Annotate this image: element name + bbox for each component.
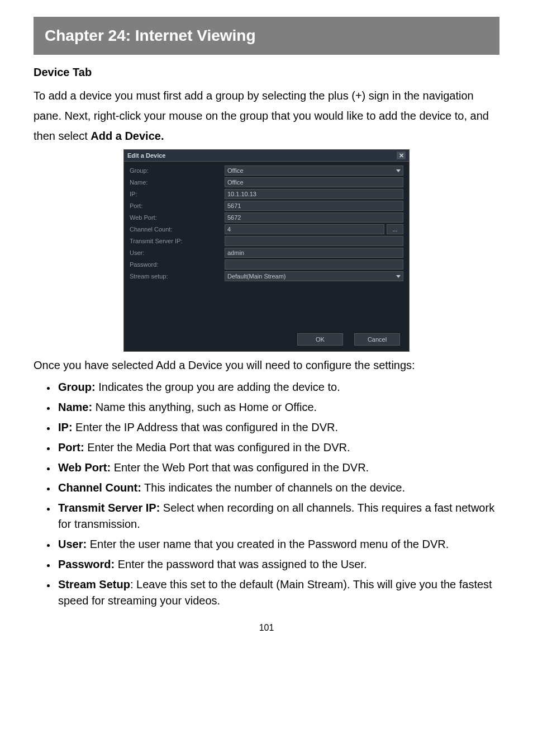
list-item-lead: Port:: [58, 441, 84, 453]
chapter-title: Chapter 24: Internet Viewing: [45, 27, 256, 44]
label-transmit: Transmit Server IP:: [130, 238, 225, 244]
row-stream: Stream setup: Default(Main Stream): [130, 271, 403, 281]
chevron-down-icon: [396, 275, 401, 278]
label-web-port: Web Port:: [130, 214, 225, 221]
row-name: Name: Office: [130, 177, 403, 187]
list-item-lead: Channel Count:: [58, 481, 141, 494]
label-user: User:: [130, 249, 225, 256]
list-item-lead: Transmit Server IP:: [58, 502, 160, 514]
web-port-input[interactable]: 5672: [225, 212, 403, 223]
cancel-button[interactable]: Cancel: [354, 333, 400, 346]
list-item-rest: Enter the Media Port that was configured…: [84, 441, 350, 453]
label-password: Password:: [130, 261, 225, 268]
list-item-rest: Name this anything, such as Home or Offi…: [92, 401, 317, 413]
dialog-title-text: Edit a Device: [127, 152, 165, 159]
label-port: Port:: [130, 202, 225, 209]
label-group: Group:: [130, 167, 225, 174]
stream-dropdown[interactable]: Default(Main Stream): [225, 271, 403, 281]
dialog-screenshot: Edit a Device ✕ Group: Office Name: Offi…: [34, 149, 499, 352]
list-item: Name: Name this anything, such as Home o…: [56, 399, 499, 415]
settings-list: Group: Indicates the group you are addin…: [56, 379, 499, 609]
list-item-rest: This indicates the number of channels on…: [141, 481, 405, 494]
list-item-lead: Password:: [58, 558, 115, 570]
row-port: Port: 5671: [130, 201, 403, 211]
channel-count-input[interactable]: 4: [225, 224, 384, 234]
stream-value: Default(Main Stream): [227, 272, 286, 281]
row-password: Password:: [130, 259, 403, 270]
label-ip: IP:: [130, 191, 225, 197]
edit-device-dialog: Edit a Device ✕ Group: Office Name: Offi…: [123, 149, 410, 352]
ok-button[interactable]: OK: [297, 333, 343, 346]
chevron-down-icon: [396, 169, 401, 172]
row-channel-count: Channel Count: 4 ...: [130, 224, 403, 234]
row-user: User: admin: [130, 248, 403, 258]
user-input[interactable]: admin: [225, 248, 403, 258]
list-item: Group: Indicates the group you are addin…: [56, 379, 499, 395]
transmit-input[interactable]: [225, 236, 403, 246]
list-item-rest: Enter the user name that you created in …: [87, 538, 449, 550]
list-item-lead: Web Port:: [58, 461, 111, 474]
channel-more-button[interactable]: ...: [387, 224, 403, 234]
list-item-lead: Stream Setup: [58, 578, 130, 590]
label-stream: Stream setup:: [130, 273, 225, 280]
list-item: Channel Count: This indicates the number…: [56, 480, 499, 496]
close-icon[interactable]: ✕: [397, 152, 406, 159]
row-transmit: Transmit Server IP:: [130, 236, 403, 246]
password-input[interactable]: [225, 259, 403, 270]
label-name: Name:: [130, 179, 225, 186]
group-dropdown[interactable]: Office: [225, 166, 403, 176]
list-item: IP: Enter the IP Address that was config…: [56, 419, 499, 436]
list-item-rest: Indicates the group you are adding the d…: [96, 381, 340, 393]
intro-paragraph: To add a device you must first add a gro…: [34, 86, 499, 146]
row-group: Group: Office: [130, 166, 403, 176]
list-item: User: Enter the user name that you creat…: [56, 536, 499, 552]
list-item-rest: Enter the IP Address that was configured…: [73, 421, 338, 433]
list-item: Transmit Server IP: Select when recordin…: [56, 500, 499, 532]
name-input[interactable]: Office: [225, 177, 403, 187]
row-ip: IP: 10.1.10.13: [130, 189, 403, 199]
dialog-spacer: [130, 283, 403, 333]
port-input[interactable]: 5671: [225, 201, 403, 211]
list-item: Web Port: Enter the Web Port that was co…: [56, 460, 499, 476]
section-heading: Device Tab: [34, 66, 499, 79]
post-dialog-paragraph: Once you have selected Add a Device you …: [34, 355, 499, 375]
chapter-title-bar: Chapter 24: Internet Viewing: [34, 17, 499, 55]
dialog-titlebar: Edit a Device ✕: [124, 150, 409, 162]
dialog-button-row: OK Cancel: [130, 333, 403, 346]
list-item-rest: Enter the password that was assigned to …: [115, 558, 367, 570]
ip-input[interactable]: 10.1.10.13: [225, 189, 403, 199]
list-item: Password: Enter the password that was as…: [56, 556, 499, 573]
page-number: 101: [34, 623, 499, 633]
list-item-lead: User:: [58, 538, 87, 550]
list-item: Port: Enter the Media Port that was conf…: [56, 440, 499, 456]
label-channel-count: Channel Count:: [130, 226, 225, 233]
list-item-lead: Group:: [58, 381, 96, 393]
list-item: Stream Setup: Leave this set to the defa…: [56, 577, 499, 609]
list-item-lead: Name:: [58, 401, 92, 413]
group-value: Office: [227, 166, 244, 175]
list-item-lead: IP:: [58, 421, 73, 433]
row-web-port: Web Port: 5672: [130, 212, 403, 223]
dialog-body: Group: Office Name: Office IP: 10.1.10.1…: [124, 162, 409, 351]
list-item-rest: Enter the Web Port that was configured i…: [111, 461, 369, 474]
intro-bold: Add a Device.: [91, 130, 164, 142]
